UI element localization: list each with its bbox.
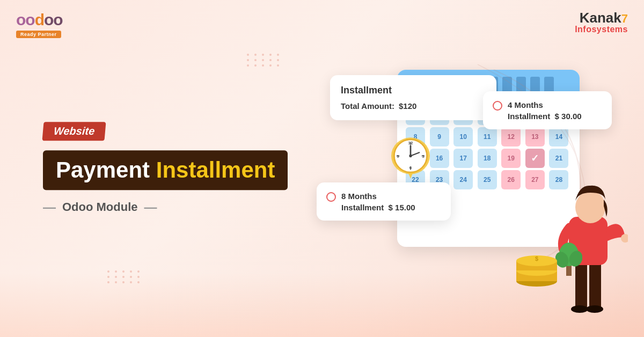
infosystems-text: Infosystems bbox=[575, 25, 628, 34]
svg-point-19 bbox=[571, 305, 588, 313]
four-months-card: 4 Months Installment $ 30.00 bbox=[483, 91, 612, 129]
svg-marker-9 bbox=[408, 173, 413, 179]
kanak-name: Kanak bbox=[580, 10, 621, 26]
ready-partner-badge: Ready Partner bbox=[16, 31, 61, 38]
radio-8months[interactable] bbox=[326, 192, 336, 202]
installment-card-main: Installment Total Amount: $120 bbox=[330, 75, 496, 120]
main-container: oodoo Ready Partner Kanak7 Infosystems W… bbox=[0, 0, 644, 337]
clock-illustration: 12 3 6 9 bbox=[386, 134, 435, 185]
kanak-logo: Kanak7 Infosystems bbox=[575, 11, 628, 34]
installment-card-title: Installment bbox=[341, 85, 486, 96]
total-amount-value: $120 bbox=[399, 101, 416, 111]
radio-4months[interactable] bbox=[493, 101, 502, 111]
svg-rect-15 bbox=[589, 260, 601, 311]
svg-point-17 bbox=[575, 191, 605, 223]
odoo-logo: oodoo Ready Partner bbox=[16, 11, 63, 38]
eight-months-label: 8 Months bbox=[341, 191, 441, 202]
dots-decoration-top bbox=[247, 54, 281, 67]
total-amount-row: Total Amount: $120 bbox=[341, 101, 486, 111]
subtitle-line: — Odoo Module — bbox=[43, 200, 288, 215]
four-months-amount: Installment $ 30.00 bbox=[508, 112, 602, 121]
total-amount-label: Total Amount: bbox=[341, 101, 394, 111]
svg-point-8 bbox=[409, 155, 412, 157]
left-content: Website Payment Installment — Odoo Modul… bbox=[43, 122, 288, 215]
eight-months-card: 8 Months Installment $ 15.00 bbox=[317, 182, 451, 221]
kanak-number: 7 bbox=[621, 12, 628, 25]
svg-text:$: $ bbox=[535, 255, 538, 262]
svg-text:6: 6 bbox=[409, 165, 412, 170]
website-badge: Website bbox=[42, 122, 106, 141]
svg-text:9: 9 bbox=[397, 154, 399, 159]
four-months-label: 4 Months bbox=[508, 100, 602, 111]
coins-illustration: $ bbox=[510, 244, 564, 289]
main-title: Payment Installment bbox=[43, 150, 288, 190]
svg-text:3: 3 bbox=[422, 154, 425, 159]
svg-point-20 bbox=[586, 305, 603, 313]
eight-months-amount: Installment $ 15.00 bbox=[341, 203, 441, 212]
svg-text:12: 12 bbox=[408, 141, 413, 145]
